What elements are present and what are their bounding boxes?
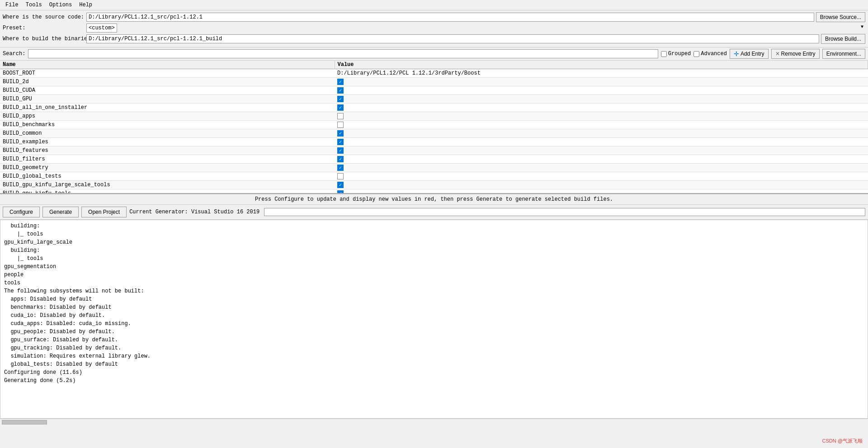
generate-button[interactable]: Generate — [42, 207, 79, 217]
checkbox-checked[interactable]: ✓ — [337, 139, 344, 145]
add-entry-button[interactable]: ✛ Add Entry — [730, 49, 769, 59]
table-row[interactable]: BUILD_benchmarks — [0, 121, 868, 129]
row-name-cell: BUILD_common — [0, 129, 335, 138]
generator-label: Current Generator: Visual Studio 16 2019 — [129, 209, 259, 215]
table-row[interactable]: BUILD_gpu_kinfu_large_scale_tools✓ — [0, 181, 868, 189]
row-value-cell[interactable]: ✓ — [335, 146, 868, 155]
grouped-checkbox[interactable] — [661, 51, 667, 57]
row-name-cell: BUILD_apps — [0, 112, 335, 121]
table-row[interactable]: BUILD_2d✓ — [0, 78, 868, 86]
checkbox-checked[interactable]: ✓ — [337, 79, 344, 85]
remove-icon: ✕ — [775, 51, 780, 57]
row-value-cell[interactable]: ✓ — [335, 164, 868, 172]
advanced-checkbox[interactable] — [693, 51, 699, 57]
advanced-check-label[interactable]: Advanced — [693, 51, 727, 57]
checkbox-checked[interactable]: ✓ — [337, 104, 344, 111]
row-value-cell[interactable] — [335, 112, 868, 121]
row-name-cell: BUILD_gpu_kinfu_large_scale_tools — [0, 181, 335, 189]
row-value-cell[interactable]: ✓ — [335, 129, 868, 138]
table-row[interactable]: BUILD_gpu_kinfu_tools✓ — [0, 189, 868, 194]
checkbox-checked[interactable]: ✓ — [337, 130, 344, 137]
table-row[interactable]: BUILD_all_in_one_installer✓ — [0, 104, 868, 112]
table-row[interactable]: BOOST_ROOTD:/Library/PCL1.12/PCL 1.12.1/… — [0, 69, 868, 78]
checkbox-unchecked[interactable] — [337, 113, 344, 119]
row-name-cell: BUILD_filters — [0, 155, 335, 164]
checkbox-unchecked[interactable] — [337, 122, 344, 128]
col-value-header: Value — [335, 61, 868, 69]
row-name-cell: BUILD_examples — [0, 138, 335, 146]
search-input[interactable] — [28, 49, 658, 58]
checkbox-checked[interactable]: ✓ — [337, 182, 344, 188]
menu-file[interactable]: File — [2, 1, 22, 9]
row-value-cell[interactable]: ✓ — [335, 95, 868, 104]
col-name-header: Name — [0, 61, 335, 69]
checkbox-checked[interactable]: ✓ — [337, 147, 344, 154]
table-row[interactable]: BUILD_global_tests — [0, 172, 868, 181]
row-name-cell: BUILD_features — [0, 146, 335, 155]
row-name-cell: BUILD_CUDA — [0, 86, 335, 95]
source-input[interactable] — [86, 13, 814, 22]
checkbox-unchecked[interactable] — [337, 173, 344, 179]
main-area: Name Value BOOST_ROOTD:/Library/PCL1.12/… — [0, 61, 868, 425]
add-icon: ✛ — [734, 50, 739, 57]
status-text: Press Configure to update and display ne… — [255, 196, 613, 203]
environment-button[interactable]: Environment... — [822, 49, 865, 59]
menu-help[interactable]: Help — [75, 1, 96, 9]
row-name-cell: BOOST_ROOT — [0, 69, 335, 78]
row-name-cell: BUILD_gpu_kinfu_tools — [0, 189, 335, 194]
build-label: Where to build the binaries: — [3, 36, 86, 42]
preset-select[interactable]: <custom> — [86, 24, 117, 33]
menu-options[interactable]: Options — [46, 1, 75, 9]
browse-build-button[interactable]: Browse Build... — [821, 34, 865, 44]
table-row[interactable]: BUILD_filters✓ — [0, 155, 868, 164]
row-value-cell[interactable]: ✓ — [335, 189, 868, 194]
open-project-button[interactable]: Open Project — [81, 207, 127, 217]
row-name-cell: BUILD_all_in_one_installer — [0, 104, 335, 112]
row-name-cell: BUILD_geometry — [0, 164, 335, 172]
menubar: File Tools Options Help — [0, 0, 868, 10]
bottom-scrollbar[interactable] — [0, 419, 868, 425]
config-table-container: Name Value BOOST_ROOTD:/Library/PCL1.12/… — [0, 61, 868, 194]
row-value-cell[interactable] — [335, 121, 868, 129]
table-row[interactable]: BUILD_examples✓ — [0, 138, 868, 146]
table-row[interactable]: BUILD_common✓ — [0, 129, 868, 138]
checkbox-checked[interactable]: ✓ — [337, 87, 344, 94]
top-form: Where is the source code: Browse Source.… — [0, 10, 868, 47]
bottom-toolbar: Configure Generate Open Project Current … — [0, 205, 868, 220]
checkbox-checked[interactable]: ✓ — [337, 190, 344, 194]
progress-bar — [264, 208, 865, 216]
table-row[interactable]: BUILD_GPU✓ — [0, 95, 868, 104]
checkbox-checked[interactable]: ✓ — [337, 96, 344, 102]
row-value-cell: D:/Library/PCL1.12/PCL 1.12.1/3rdParty/B… — [335, 69, 868, 78]
row-value-cell[interactable]: ✓ — [335, 138, 868, 146]
table-row[interactable]: BUILD_features✓ — [0, 146, 868, 155]
table-body: BOOST_ROOTD:/Library/PCL1.12/PCL 1.12.1/… — [0, 69, 868, 194]
search-label: Search: — [3, 51, 25, 57]
row-value-cell[interactable] — [335, 172, 868, 181]
build-input[interactable] — [86, 34, 819, 43]
row-value-cell[interactable]: ✓ — [335, 104, 868, 112]
h-scrollbar-thumb[interactable] — [2, 420, 47, 424]
configure-button[interactable]: Configure — [3, 207, 40, 217]
row-value-cell[interactable]: ✓ — [335, 86, 868, 95]
row-value-cell[interactable]: ✓ — [335, 155, 868, 164]
row-name-cell: BUILD_benchmarks — [0, 121, 335, 129]
search-toolbar: Search: Grouped Advanced ✛ Add Entry ✕ R… — [0, 47, 868, 61]
output-log: building: |_ tools gpu_kinfu_large_scale… — [0, 220, 868, 419]
checkbox-checked[interactable]: ✓ — [337, 156, 344, 162]
preset-label: Preset: — [3, 25, 86, 31]
row-value-cell[interactable]: ✓ — [335, 78, 868, 86]
row-name-cell: BUILD_GPU — [0, 95, 335, 104]
table-row[interactable]: BUILD_apps — [0, 112, 868, 121]
row-value-cell[interactable]: ✓ — [335, 181, 868, 189]
row-name-cell: BUILD_global_tests — [0, 172, 335, 181]
config-table: Name Value BOOST_ROOTD:/Library/PCL1.12/… — [0, 61, 868, 194]
remove-entry-button[interactable]: ✕ Remove Entry — [771, 49, 820, 59]
menu-tools[interactable]: Tools — [22, 1, 46, 9]
table-row[interactable]: BUILD_geometry✓ — [0, 164, 868, 172]
grouped-check-label[interactable]: Grouped — [661, 51, 691, 57]
status-bar: Press Configure to update and display ne… — [0, 194, 868, 205]
checkbox-checked[interactable]: ✓ — [337, 165, 344, 171]
table-row[interactable]: BUILD_CUDA✓ — [0, 86, 868, 95]
browse-source-button[interactable]: Browse Source... — [816, 12, 865, 22]
